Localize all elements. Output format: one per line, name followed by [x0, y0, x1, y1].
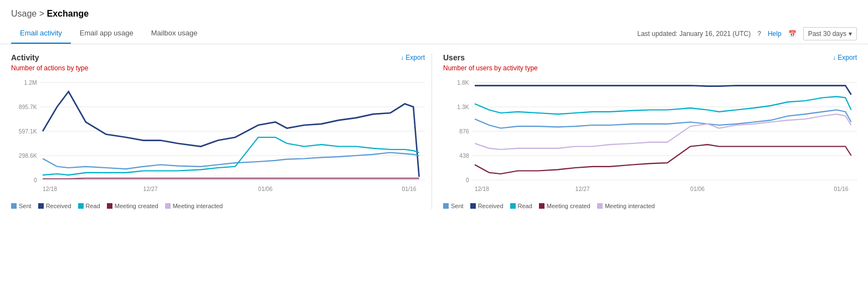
- svg-text:1.8K: 1.8K: [457, 79, 469, 86]
- users-legend-read: Read: [510, 203, 532, 209]
- svg-text:01/06: 01/06: [690, 185, 705, 192]
- svg-text:12/27: 12/27: [576, 185, 590, 192]
- page-title: Exchange: [47, 9, 89, 18]
- users-legend-sent: Sent: [443, 203, 464, 209]
- activity-legend: Sent Received Read Meeting created Meeti…: [11, 203, 425, 209]
- users-meeting-created-legend-dot: [539, 203, 545, 209]
- received-line: [43, 92, 419, 177]
- users-received-legend-label: Received: [478, 203, 504, 209]
- received-legend-dot: [38, 203, 44, 209]
- meeting-interacted-legend-dot: [165, 203, 171, 209]
- activity-subtitle: Number of actions by type: [11, 64, 425, 72]
- users-meeting-interacted-legend-dot: [597, 203, 603, 209]
- svg-text:895.7K: 895.7K: [19, 104, 38, 110]
- tab-email-activity[interactable]: Email activity: [11, 23, 71, 44]
- breadcrumb-prefix: Usage >: [11, 9, 47, 18]
- legend-meeting-interacted: Meeting interacted: [165, 203, 223, 209]
- svg-text:12/18: 12/18: [475, 185, 489, 192]
- read-legend-label: Read: [86, 203, 100, 209]
- users-chart-title: Users ↓ Export: [443, 53, 857, 62]
- svg-text:597.1K: 597.1K: [19, 128, 38, 135]
- tabs: Email activity Email app usage Mailbox u…: [11, 23, 207, 44]
- users-chart-area: 1.8K 1.3K 876 438 0 12/18 12/27 01/06 01…: [443, 76, 857, 198]
- legend-received: Received: [38, 203, 71, 209]
- svg-text:438: 438: [459, 152, 469, 159]
- users-meeting-interacted-line: [475, 114, 851, 149]
- svg-text:876: 876: [459, 128, 469, 135]
- svg-text:01/16: 01/16: [834, 185, 849, 192]
- users-received-legend-dot: [470, 203, 476, 209]
- tabs-bar: Email activity Email app usage Mailbox u…: [0, 23, 868, 44]
- svg-text:298.6K: 298.6K: [19, 152, 38, 159]
- meeting-interacted-legend-label: Meeting interacted: [173, 203, 223, 209]
- read-line: [43, 137, 419, 175]
- svg-text:01/06: 01/06: [258, 185, 273, 192]
- users-sent-legend-dot: [443, 203, 449, 209]
- users-received-line: [475, 86, 851, 95]
- chevron-down-icon: ▾: [849, 30, 852, 38]
- svg-text:12/18: 12/18: [43, 185, 57, 192]
- users-meeting-created-legend-label: Meeting created: [547, 203, 590, 209]
- sent-legend-label: Sent: [19, 203, 32, 209]
- users-title-text: Users: [443, 53, 465, 62]
- meeting-created-legend-dot: [107, 203, 112, 209]
- users-meeting-interacted-legend-label: Meeting interacted: [605, 203, 655, 209]
- activity-panel: Activity ↓ Export Number of actions by t…: [11, 53, 432, 209]
- users-subtitle: Number of users by activity type: [443, 64, 857, 72]
- meeting-created-legend-label: Meeting created: [115, 203, 158, 209]
- read-legend-dot: [78, 203, 84, 209]
- svg-text:12/27: 12/27: [143, 185, 158, 192]
- users-read-legend-dot: [510, 203, 516, 209]
- legend-read: Read: [78, 203, 100, 209]
- legend-sent: Sent: [11, 203, 32, 209]
- received-legend-label: Received: [46, 203, 71, 209]
- users-sent-legend-label: Sent: [451, 203, 464, 209]
- meeting-created-line: [43, 178, 419, 179]
- users-read-legend-label: Read: [518, 203, 532, 209]
- svg-text:1.2M: 1.2M: [24, 79, 37, 86]
- activity-chart-svg: 1.2M 895.7K 597.1K 298.6K 0 12/18 12/27 …: [11, 76, 425, 198]
- users-chart-svg: 1.8K 1.3K 876 438 0 12/18 12/27 01/06 01…: [443, 76, 857, 198]
- svg-text:01/16: 01/16: [402, 185, 416, 192]
- users-export-button[interactable]: ↓ Export: [833, 54, 857, 61]
- tab-mailbox-usage[interactable]: Mailbox usage: [142, 23, 207, 44]
- users-legend-meeting-created: Meeting created: [539, 203, 590, 209]
- date-range-label: Past 30 days: [808, 30, 846, 38]
- activity-chart-area: 1.2M 895.7K 597.1K 298.6K 0 12/18 12/27 …: [11, 76, 425, 198]
- page-header: Usage > Exchange: [0, 0, 868, 23]
- calendar-icon: 📅: [788, 30, 797, 38]
- activity-chart-title: Activity ↓ Export: [11, 53, 425, 62]
- users-legend-meeting-interacted: Meeting interacted: [597, 203, 655, 209]
- users-panel: Users ↓ Export Number of users by activi…: [432, 53, 857, 209]
- users-legend-received: Received: [470, 203, 504, 209]
- help-question-icon[interactable]: ?: [757, 30, 761, 38]
- legend-meeting-created: Meeting created: [107, 203, 158, 209]
- toolbar-right: Last updated: January 16, 2021 (UTC) ? H…: [637, 27, 857, 40]
- breadcrumb: Usage > Exchange: [11, 9, 857, 19]
- tab-email-app-usage[interactable]: Email app usage: [71, 23, 142, 44]
- users-meeting-created-line: [475, 144, 851, 174]
- svg-text:0: 0: [466, 177, 469, 183]
- date-range-picker[interactable]: Past 30 days ▾: [803, 27, 857, 40]
- users-legend: Sent Received Read Meeting created Meeti…: [443, 203, 857, 209]
- charts-container: Activity ↓ Export Number of actions by t…: [0, 44, 868, 218]
- users-read-line: [475, 96, 851, 114]
- svg-text:0: 0: [34, 177, 37, 183]
- sent-legend-dot: [11, 203, 17, 209]
- activity-export-button[interactable]: ↓ Export: [400, 54, 425, 61]
- svg-text:1.3K: 1.3K: [457, 104, 469, 110]
- help-link[interactable]: Help: [768, 30, 782, 38]
- activity-title-text: Activity: [11, 53, 39, 62]
- last-updated-text: Last updated: January 16, 2021 (UTC): [637, 30, 751, 38]
